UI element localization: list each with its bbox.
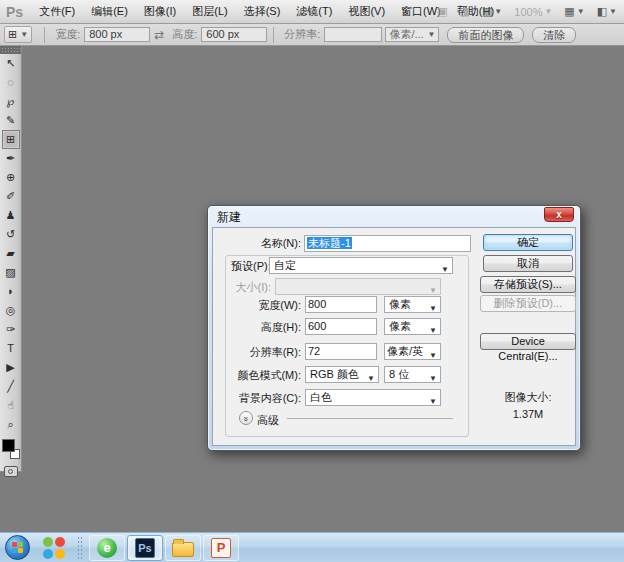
advanced-expand-button[interactable]: »: [239, 411, 253, 425]
dodge-tool[interactable]: ◎: [2, 301, 20, 320]
crop-tool[interactable]: ⊞: [2, 130, 20, 149]
separator: [273, 27, 274, 43]
crop-resolution-label: 分辨率:: [284, 27, 320, 42]
size-label: 大小(I):: [223, 279, 271, 295]
start-button[interactable]: [5, 535, 30, 560]
chevron-down-icon: ▼: [429, 283, 437, 295]
swap-dimensions-icon[interactable]: ⇄: [154, 28, 164, 42]
menu-bar: Ps 文件(F)编辑(E)图像(I)图层(L)选择(S)滤镜(T)视图(V)窗口…: [0, 0, 624, 24]
spot-healing-brush-tool[interactable]: ⊕: [2, 168, 20, 187]
taskbar-browser-button[interactable]: e: [89, 535, 125, 561]
chevron-down-icon: ▼: [429, 371, 437, 383]
crop-resolution-input[interactable]: [324, 27, 382, 42]
taskbar-photoshop-button[interactable]: Ps: [127, 535, 163, 561]
device-central-button[interactable]: Device Central(E)...: [480, 333, 576, 350]
preset-select[interactable]: 自定 ▼: [269, 257, 453, 274]
quick-mask-button[interactable]: [4, 466, 18, 477]
menu-file[interactable]: 文件(F): [31, 0, 83, 23]
menu-view[interactable]: 视图(V): [340, 0, 393, 23]
menu-layer[interactable]: 图层(L): [184, 0, 235, 23]
close-button[interactable]: x: [544, 207, 574, 222]
crop-width-input[interactable]: 800 px: [84, 27, 150, 42]
ok-button[interactable]: 确定: [483, 234, 573, 251]
width-input[interactable]: 800: [305, 296, 377, 313]
taskbar-explorer-button[interactable]: [165, 535, 201, 561]
zoom-tool[interactable]: ⌕: [2, 415, 20, 434]
name-input[interactable]: 未标题-1: [304, 235, 471, 252]
cancel-button[interactable]: 取消: [483, 255, 573, 272]
menu-select[interactable]: 选择(S): [236, 0, 289, 23]
menu-edit[interactable]: 编辑(E): [83, 0, 136, 23]
chevron-down-icon: ▼: [367, 371, 375, 383]
bit-depth-select[interactable]: 8 位 ▼: [384, 366, 441, 383]
resolution-label: 分辨率(R):: [225, 344, 301, 360]
foreground-color-swatch[interactable]: [2, 439, 15, 452]
tool-list: ↖◌℘✎⊞✒⊕✐♟↺▰▨◗◎✑T▶╱☝⌕: [0, 54, 21, 434]
canvas-area: ↖◌℘✎⊞✒⊕✐♟↺▰▨◗◎✑T▶╱☝⌕ 新建 x 名称(N): 未标题-1 预…: [0, 46, 624, 532]
tools-panel: ↖◌℘✎⊞✒⊕✐♟↺▰▨◗◎✑T▶╱☝⌕: [0, 46, 22, 472]
width-unit-select[interactable]: 像素 ▼: [384, 296, 441, 313]
lasso-tool[interactable]: ℘: [2, 92, 20, 111]
folder-icon: [172, 542, 194, 557]
image-size-value: 1.37M: [480, 408, 576, 420]
resolution-unit-select[interactable]: 像素/... ▼: [385, 27, 439, 42]
zoom-level[interactable]: 100% ▼: [511, 5, 555, 19]
resolution-input[interactable]: 72: [305, 343, 377, 360]
hand-tool[interactable]: ☝: [2, 396, 20, 415]
mini-bridge-icon: ◨: [457, 4, 473, 19]
menu-filter[interactable]: 滤镜(T): [288, 0, 340, 23]
blur-tool[interactable]: ◗: [2, 282, 20, 301]
taskbar-powerpoint-button[interactable]: P: [203, 535, 239, 561]
height-label: 高度(H):: [225, 319, 301, 335]
app-launcher-icon[interactable]: [42, 536, 66, 560]
screen-mode-icon[interactable]: ◧ ▼: [594, 4, 620, 19]
panel-grip-icon[interactable]: [0, 46, 21, 54]
path-selection-tool[interactable]: ▶: [2, 358, 20, 377]
clear-button[interactable]: 清除: [532, 27, 576, 43]
name-value: 未标题-1: [307, 237, 352, 249]
background-contents-select[interactable]: 白色 ▼: [305, 389, 441, 406]
tool-preset-button[interactable]: ⊞ ▼: [4, 26, 32, 43]
color-mode-label: 颜色模式(M):: [215, 367, 301, 383]
line-tool[interactable]: ╱: [2, 377, 20, 396]
height-input[interactable]: 600: [305, 318, 377, 335]
eraser-tool[interactable]: ▰: [2, 244, 20, 263]
type-tool[interactable]: T: [2, 339, 20, 358]
windows-taskbar: e Ps P: [0, 532, 624, 562]
browser-icon: e: [97, 538, 117, 558]
chevron-down-icon: ▼: [609, 7, 617, 16]
color-swatches: [1, 438, 21, 460]
eyedropper-tool[interactable]: ✒: [2, 149, 20, 168]
resolution-unit-select[interactable]: 像素/英寸 ▼: [384, 343, 441, 360]
height-unit-select[interactable]: 像素 ▼: [384, 318, 441, 335]
view-extras-icon[interactable]: ▥ ▼: [479, 4, 505, 19]
pen-tool[interactable]: ✑: [2, 320, 20, 339]
tool-options-bar: ⊞ ▼ 宽度: 800 px ⇄ 高度: 600 px 分辨率: 像素/... …: [0, 24, 624, 46]
marquee-tool[interactable]: ◌: [2, 73, 20, 92]
powerpoint-icon: P: [211, 538, 231, 558]
arrange-documents-icon[interactable]: ▦ ▼: [561, 4, 587, 19]
save-preset-button[interactable]: 存储预设(S)...: [480, 276, 576, 293]
color-mode-select[interactable]: RGB 颜色 ▼: [305, 366, 379, 383]
crop-height-input[interactable]: 600 px: [201, 27, 267, 42]
divider: [287, 418, 453, 419]
windows-logo-icon: [12, 542, 24, 554]
menu-image[interactable]: 图像(I): [136, 0, 184, 23]
move-tool[interactable]: ↖: [2, 54, 20, 73]
dialog-content: 名称(N): 未标题-1 预设(P): 自定 ▼ 大小(I): ▼ 宽度(W):…: [212, 227, 576, 446]
history-brush-tool[interactable]: ↺: [2, 225, 20, 244]
clone-stamp-tool[interactable]: ♟: [2, 206, 20, 225]
front-image-button[interactable]: 前面的图像: [447, 27, 524, 43]
quick-mask-icon: [8, 469, 13, 474]
chevron-down-icon: ▼: [429, 348, 437, 360]
chevron-down-icon: ▼: [441, 262, 449, 274]
brush-tool[interactable]: ✐: [2, 187, 20, 206]
taskbar-grip[interactable]: [77, 536, 83, 560]
gradient-tool[interactable]: ▨: [2, 263, 20, 282]
separator: [44, 27, 45, 43]
double-chevron-down-icon: »: [240, 416, 252, 421]
chevron-down-icon: ▼: [20, 30, 28, 39]
chevron-down-icon: ▼: [427, 30, 435, 39]
crop-tool-icon: ⊞: [8, 28, 17, 41]
quick-selection-tool[interactable]: ✎: [2, 111, 20, 130]
